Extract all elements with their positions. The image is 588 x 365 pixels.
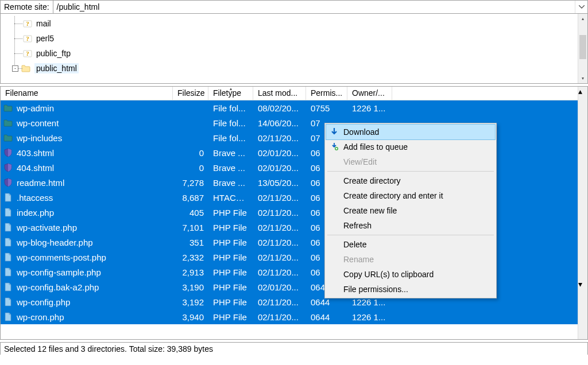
file-row[interactable]: 403.shtml0Brave ...02/01/20...06 <box>1 145 587 160</box>
scroll-down[interactable]: ▾ <box>578 73 587 83</box>
download-icon <box>330 127 339 137</box>
cell-filename: wp-cron.php <box>1 312 173 322</box>
cell-filesize: 3,192 <box>173 297 208 307</box>
folder-teal-icon <box>3 133 13 143</box>
file-row[interactable]: wp-adminFile fol...08/02/20...07551226 1… <box>1 100 587 115</box>
menu-add-to-queue[interactable]: Add files to queue <box>326 139 495 154</box>
file-icon <box>3 267 13 277</box>
cell-filename: wp-activate.php <box>1 222 173 232</box>
file-row[interactable]: readme.html7,278Brave ...13/05/20...06 <box>1 175 587 190</box>
cell-lastmod: 14/06/20... <box>253 118 306 128</box>
menu-file-permissions[interactable]: File permissions... <box>326 282 495 297</box>
cell-lastmod: 02/11/20... <box>253 208 306 218</box>
file-row[interactable]: 404.shtml0Brave ...02/01/20...06 <box>1 160 587 175</box>
tree-item-label: perl5 <box>36 34 54 43</box>
cell-lastmod: 02/11/20... <box>253 267 306 277</box>
cell-lastmod: 02/01/20... <box>253 163 306 173</box>
scroll-thumb[interactable] <box>578 96 587 279</box>
scroll-thumb[interactable] <box>579 35 586 59</box>
tree-scrollbar[interactable]: ▴ ▾ <box>578 14 587 83</box>
scroll-up[interactable]: ▴ <box>578 87 587 96</box>
cell-filesize: 2,332 <box>173 253 208 262</box>
cell-lastmod: 02/11/20... <box>253 133 306 143</box>
cell-filename: 404.shtml <box>1 162 173 173</box>
col-filename[interactable]: Filename <box>1 87 173 100</box>
remote-tree-panel: ?mail?perl5?public_ftp-public_html ▴ ▾ <box>0 14 588 84</box>
file-row[interactable]: wp-includesFile fol...02/11/20...07 <box>1 130 587 145</box>
cell-filesize: 351 <box>173 238 208 247</box>
file-row[interactable]: index.php405PHP File02/11/20...06 <box>1 205 587 220</box>
file-row[interactable]: wp-blog-header.php351PHP File02/11/20...… <box>1 235 587 250</box>
cell-filename: readme.html <box>1 177 173 188</box>
file-row[interactable]: wp-config.bak-a2.php3,190PHP File02/01/2… <box>1 279 587 294</box>
col-lastmod[interactable]: Last mod... <box>253 87 306 100</box>
remote-path-dropdown[interactable] <box>575 1 587 13</box>
column-headers: Filename Filesize ▴Filetype Last mod... … <box>1 87 587 100</box>
file-row[interactable]: wp-config-sample.php2,913PHP File02/11/2… <box>1 265 587 279</box>
tree-item-mail[interactable]: ?mail <box>4 16 578 31</box>
file-row[interactable]: .htaccess8,687HTACC...02/11/20...06 <box>1 190 587 205</box>
menu-create-file[interactable]: Create new file <box>326 203 495 218</box>
menu-refresh[interactable]: Refresh <box>326 218 495 233</box>
cell-filetype: PHP File <box>208 282 253 292</box>
cell-lastmod: 02/11/20... <box>253 238 306 247</box>
file-icon <box>3 297 13 307</box>
cell-filesize: 3,190 <box>173 282 208 292</box>
expander-icon[interactable]: - <box>12 65 18 72</box>
cell-filename: wp-config.php <box>1 297 173 307</box>
cell-filename: wp-blog-header.php <box>1 237 173 247</box>
file-row[interactable]: wp-contentFile fol...14/06/20...07 <box>1 115 587 130</box>
svg-text:?: ? <box>26 35 29 42</box>
folder-teal-icon <box>3 118 13 128</box>
cell-filesize: 8,687 <box>173 193 208 203</box>
file-row[interactable]: wp-comments-post.php2,332PHP File02/11/2… <box>1 250 587 265</box>
file-row[interactable]: wp-activate.php7,101PHP File02/11/20...0… <box>1 220 587 235</box>
cell-filetype: PHP File <box>208 223 253 232</box>
menu-download[interactable]: Download <box>326 125 495 139</box>
menu-delete[interactable]: Delete <box>326 237 495 252</box>
menu-copy-urls[interactable]: Copy URL(s) to clipboard <box>326 267 495 282</box>
tree-item-public_ftp[interactable]: ?public_ftp <box>4 46 578 61</box>
cell-filesize: 7,278 <box>173 178 208 188</box>
remote-path-input[interactable]: /public_html <box>53 1 575 13</box>
menu-separator <box>327 171 494 172</box>
cell-filename: wp-config-sample.php <box>1 267 173 277</box>
file-icon <box>3 237 13 247</box>
tree-item-perl5[interactable]: ?perl5 <box>4 31 578 46</box>
cell-filename: index.php <box>1 207 173 218</box>
cell-lastmod: 02/11/20... <box>253 253 306 262</box>
cell-lastmod: 13/05/20... <box>253 178 306 188</box>
menu-create-directory[interactable]: Create directory <box>326 173 495 188</box>
cell-filename: wp-content <box>1 118 173 128</box>
sort-asc-icon: ▴ <box>230 87 232 91</box>
cell-filetype: Brave ... <box>208 163 253 173</box>
col-owner[interactable]: Owner/... <box>347 87 392 100</box>
remote-site-label: Remote site: <box>1 1 53 13</box>
file-row[interactable]: wp-cron.php3,940PHP File02/11/20...06441… <box>1 309 587 324</box>
cell-filetype: File fol... <box>208 103 253 113</box>
menu-rename: Rename <box>326 252 495 267</box>
cell-lastmod: 02/11/20... <box>253 312 306 322</box>
scroll-up[interactable]: ▴ <box>578 14 587 24</box>
filelist-scrollbar[interactable]: ▴ ▾ <box>578 87 587 339</box>
cell-filetype: File fol... <box>208 118 253 128</box>
cell-filename: wp-comments-post.php <box>1 252 173 262</box>
menu-create-directory-enter[interactable]: Create directory and enter it <box>326 188 495 203</box>
tree-item-label: public_ftp <box>36 49 71 58</box>
col-permissions[interactable]: Permis... <box>306 87 347 100</box>
col-filetype[interactable]: ▴Filetype <box>208 87 253 100</box>
cell-owner: 1226 1... <box>347 297 392 307</box>
cell-filesize: 0 <box>173 148 208 158</box>
cell-filename: 403.shtml <box>1 147 173 158</box>
file-row[interactable]: wp-config.php3,192PHP File02/11/20...064… <box>1 294 587 309</box>
cell-permissions: 0755 <box>306 103 347 113</box>
scroll-down[interactable]: ▾ <box>578 279 587 289</box>
tree-item-public_html[interactable]: -public_html <box>4 61 578 76</box>
file-icon <box>3 222 13 232</box>
folder-teal-icon <box>3 103 13 113</box>
cell-filetype: PHP File <box>208 297 253 307</box>
col-filesize[interactable]: Filesize <box>173 87 208 100</box>
tree-item-label: mail <box>36 19 51 28</box>
shield-icon <box>3 162 13 173</box>
shield-icon <box>3 177 13 188</box>
